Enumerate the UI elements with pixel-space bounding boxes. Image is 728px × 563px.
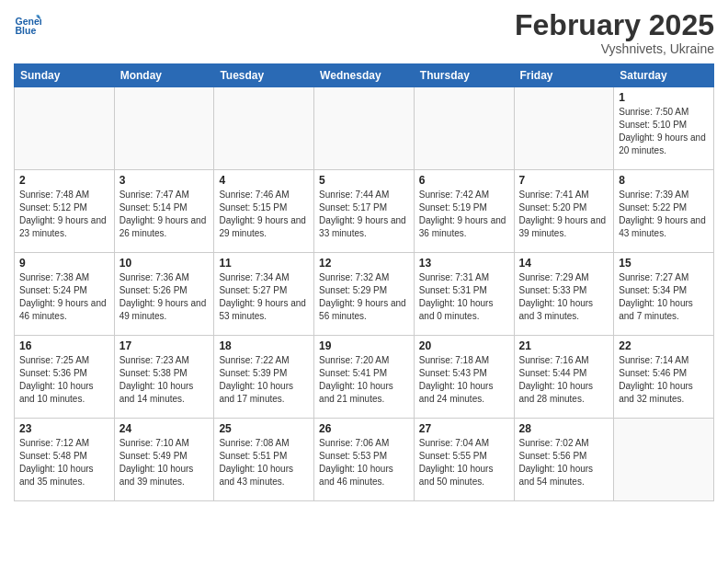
calendar-week-2: 9Sunrise: 7:38 AM Sunset: 5:24 PM Daylig… <box>15 253 714 336</box>
calendar-cell: 13Sunrise: 7:31 AM Sunset: 5:31 PM Dayli… <box>414 253 514 336</box>
col-saturday: Saturday <box>614 64 714 87</box>
day-number: 19 <box>319 339 409 352</box>
day-number: 21 <box>519 339 609 352</box>
day-number: 28 <box>519 422 609 435</box>
calendar-week-0: 1Sunrise: 7:50 AM Sunset: 5:10 PM Daylig… <box>15 87 714 170</box>
logo-icon: General Blue <box>14 9 41 37</box>
calendar: Sunday Monday Tuesday Wednesday Thursday… <box>14 63 714 501</box>
day-info: Sunrise: 7:14 AM Sunset: 5:46 PM Dayligh… <box>619 354 709 406</box>
day-info: Sunrise: 7:20 AM Sunset: 5:41 PM Dayligh… <box>319 354 409 406</box>
day-number: 3 <box>119 174 210 187</box>
day-number: 22 <box>619 339 709 352</box>
title-section: February 2025 Vyshnivets, Ukraine <box>515 9 714 56</box>
day-number: 10 <box>119 257 210 270</box>
calendar-cell: 21Sunrise: 7:16 AM Sunset: 5:44 PM Dayli… <box>514 336 614 419</box>
calendar-cell: 3Sunrise: 7:47 AM Sunset: 5:14 PM Daylig… <box>114 170 214 253</box>
day-number: 4 <box>219 174 309 187</box>
day-number: 17 <box>119 339 210 352</box>
day-number: 14 <box>519 257 609 270</box>
day-number: 25 <box>219 422 309 435</box>
calendar-cell: 18Sunrise: 7:22 AM Sunset: 5:39 PM Dayli… <box>214 336 314 419</box>
calendar-cell <box>414 87 514 170</box>
day-info: Sunrise: 7:12 AM Sunset: 5:48 PM Dayligh… <box>19 437 109 488</box>
calendar-cell <box>15 87 115 170</box>
day-info: Sunrise: 7:47 AM Sunset: 5:14 PM Dayligh… <box>119 189 210 240</box>
calendar-cell: 8Sunrise: 7:39 AM Sunset: 5:22 PM Daylig… <box>614 170 714 253</box>
day-info: Sunrise: 7:41 AM Sunset: 5:20 PM Dayligh… <box>519 189 609 240</box>
day-info: Sunrise: 7:16 AM Sunset: 5:44 PM Dayligh… <box>519 354 609 406</box>
day-number: 1 <box>619 91 709 104</box>
day-info: Sunrise: 7:18 AM Sunset: 5:43 PM Dayligh… <box>419 354 509 406</box>
day-info: Sunrise: 7:04 AM Sunset: 5:55 PM Dayligh… <box>419 437 509 488</box>
calendar-cell: 19Sunrise: 7:20 AM Sunset: 5:41 PM Dayli… <box>314 336 415 419</box>
calendar-cell: 26Sunrise: 7:06 AM Sunset: 5:53 PM Dayli… <box>314 419 415 501</box>
calendar-cell: 6Sunrise: 7:42 AM Sunset: 5:19 PM Daylig… <box>414 170 514 253</box>
col-wednesday: Wednesday <box>314 64 415 87</box>
day-info: Sunrise: 7:29 AM Sunset: 5:33 PM Dayligh… <box>519 271 609 323</box>
day-number: 15 <box>619 257 709 270</box>
day-info: Sunrise: 7:31 AM Sunset: 5:31 PM Dayligh… <box>419 271 509 323</box>
calendar-cell: 22Sunrise: 7:14 AM Sunset: 5:46 PM Dayli… <box>614 336 714 419</box>
day-info: Sunrise: 7:23 AM Sunset: 5:38 PM Dayligh… <box>119 354 210 406</box>
calendar-cell: 10Sunrise: 7:36 AM Sunset: 5:26 PM Dayli… <box>114 253 214 336</box>
day-info: Sunrise: 7:39 AM Sunset: 5:22 PM Dayligh… <box>619 189 709 240</box>
calendar-cell: 11Sunrise: 7:34 AM Sunset: 5:27 PM Dayli… <box>214 253 314 336</box>
col-thursday: Thursday <box>414 64 514 87</box>
day-number: 13 <box>419 257 509 270</box>
calendar-cell: 20Sunrise: 7:18 AM Sunset: 5:43 PM Dayli… <box>414 336 514 419</box>
day-number: 11 <box>219 257 309 270</box>
day-number: 20 <box>419 339 509 352</box>
calendar-cell <box>214 87 314 170</box>
location: Vyshnivets, Ukraine <box>515 41 714 56</box>
day-info: Sunrise: 7:02 AM Sunset: 5:56 PM Dayligh… <box>519 437 609 488</box>
calendar-week-4: 23Sunrise: 7:12 AM Sunset: 5:48 PM Dayli… <box>15 419 714 501</box>
page: General Blue February 2025 Vyshnivets, U… <box>0 0 728 563</box>
day-number: 5 <box>319 174 409 187</box>
calendar-cell: 1Sunrise: 7:50 AM Sunset: 5:10 PM Daylig… <box>614 87 714 170</box>
day-number: 27 <box>419 422 509 435</box>
col-tuesday: Tuesday <box>214 64 314 87</box>
day-number: 23 <box>19 422 109 435</box>
header: General Blue February 2025 Vyshnivets, U… <box>14 9 714 56</box>
calendar-cell: 15Sunrise: 7:27 AM Sunset: 5:34 PM Dayli… <box>614 253 714 336</box>
day-number: 8 <box>619 174 709 187</box>
calendar-cell <box>314 87 415 170</box>
calendar-cell: 12Sunrise: 7:32 AM Sunset: 5:29 PM Dayli… <box>314 253 415 336</box>
calendar-week-3: 16Sunrise: 7:25 AM Sunset: 5:36 PM Dayli… <box>15 336 714 419</box>
logo: General Blue <box>14 9 43 37</box>
day-number: 2 <box>19 174 109 187</box>
month-title: February 2025 <box>515 9 714 41</box>
day-info: Sunrise: 7:08 AM Sunset: 5:51 PM Dayligh… <box>219 437 309 488</box>
calendar-cell: 2Sunrise: 7:48 AM Sunset: 5:12 PM Daylig… <box>15 170 115 253</box>
day-info: Sunrise: 7:06 AM Sunset: 5:53 PM Dayligh… <box>319 437 409 488</box>
day-info: Sunrise: 7:25 AM Sunset: 5:36 PM Dayligh… <box>19 354 109 406</box>
col-monday: Monday <box>114 64 214 87</box>
calendar-cell: 7Sunrise: 7:41 AM Sunset: 5:20 PM Daylig… <box>514 170 614 253</box>
calendar-cell: 16Sunrise: 7:25 AM Sunset: 5:36 PM Dayli… <box>15 336 115 419</box>
calendar-cell <box>614 419 714 501</box>
calendar-cell: 14Sunrise: 7:29 AM Sunset: 5:33 PM Dayli… <box>514 253 614 336</box>
calendar-cell: 24Sunrise: 7:10 AM Sunset: 5:49 PM Dayli… <box>114 419 214 501</box>
day-info: Sunrise: 7:42 AM Sunset: 5:19 PM Dayligh… <box>419 189 509 240</box>
calendar-cell: 17Sunrise: 7:23 AM Sunset: 5:38 PM Dayli… <box>114 336 214 419</box>
svg-text:Blue: Blue <box>16 25 37 36</box>
day-info: Sunrise: 7:48 AM Sunset: 5:12 PM Dayligh… <box>19 189 109 240</box>
day-info: Sunrise: 7:50 AM Sunset: 5:10 PM Dayligh… <box>619 106 709 157</box>
day-info: Sunrise: 7:34 AM Sunset: 5:27 PM Dayligh… <box>219 271 309 323</box>
calendar-header-row: Sunday Monday Tuesday Wednesday Thursday… <box>15 64 714 87</box>
calendar-week-1: 2Sunrise: 7:48 AM Sunset: 5:12 PM Daylig… <box>15 170 714 253</box>
calendar-cell: 4Sunrise: 7:46 AM Sunset: 5:15 PM Daylig… <box>214 170 314 253</box>
day-number: 6 <box>419 174 509 187</box>
col-sunday: Sunday <box>15 64 115 87</box>
day-number: 7 <box>519 174 609 187</box>
day-info: Sunrise: 7:22 AM Sunset: 5:39 PM Dayligh… <box>219 354 309 406</box>
day-number: 12 <box>319 257 409 270</box>
calendar-cell <box>114 87 214 170</box>
calendar-cell: 28Sunrise: 7:02 AM Sunset: 5:56 PM Dayli… <box>514 419 614 501</box>
day-info: Sunrise: 7:10 AM Sunset: 5:49 PM Dayligh… <box>119 437 210 488</box>
day-info: Sunrise: 7:38 AM Sunset: 5:24 PM Dayligh… <box>19 271 109 323</box>
calendar-cell: 25Sunrise: 7:08 AM Sunset: 5:51 PM Dayli… <box>214 419 314 501</box>
day-number: 18 <box>219 339 309 352</box>
day-number: 26 <box>319 422 409 435</box>
day-number: 24 <box>119 422 210 435</box>
